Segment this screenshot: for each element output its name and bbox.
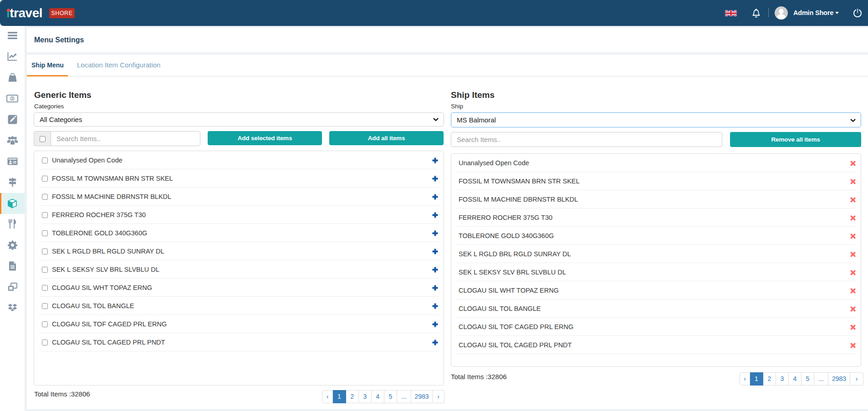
svg-text:1: 1 <box>11 96 14 101</box>
